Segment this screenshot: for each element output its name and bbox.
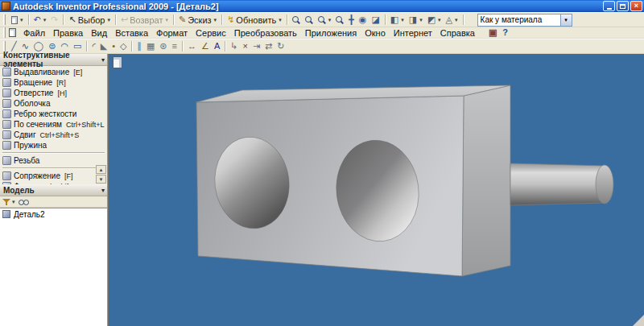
material-color-combo[interactable]: Как у материала ▾ [477, 14, 572, 27]
part-cylinder-body[interactable] [510, 163, 605, 205]
filter-button[interactable]: ▾ [2, 198, 15, 206]
menu-item[interactable]: Справка [436, 28, 479, 38]
return-button[interactable]: ↩Возврат▾ [118, 13, 171, 27]
rotate-button[interactable]: ↻ [275, 39, 287, 53]
panel-menu-arrow-icon[interactable]: ▾ [101, 56, 105, 64]
panel-item-shortcut: [F] [64, 172, 73, 180]
feature-panel-header[interactable]: Конструктивные элементы ▾ [0, 54, 107, 66]
panel-item-shell[interactable]: Оболочка [0, 98, 107, 109]
binoculars-icon [19, 199, 28, 205]
polygon-button[interactable]: ◇ [118, 39, 129, 53]
menu-item[interactable]: Формат [152, 28, 192, 38]
mirror-button[interactable]: ∥ [134, 39, 144, 53]
maximize-icon [620, 4, 625, 9]
display-mode-button[interactable]: ◧▾ [388, 13, 407, 27]
titlebar[interactable]: Autodesk Inventor Professional 2009 - [Д… [0, 0, 644, 12]
shadow-mode-button[interactable]: ◩▾ [425, 13, 444, 27]
close-button[interactable]: × [630, 1, 642, 11]
menubar-grip[interactable] [3, 27, 6, 38]
model-panel-header[interactable]: Модель ▾ [0, 184, 107, 196]
rectangular-pattern-button[interactable]: ▦ [144, 39, 157, 53]
orbit-button[interactable]: ◉ [357, 13, 369, 27]
circular-pattern-button[interactable]: ⊛ [157, 39, 169, 53]
menu-item[interactable]: Правка [49, 28, 87, 38]
zoom-window-button[interactable] [303, 13, 316, 27]
part-cylinder-cap[interactable] [596, 165, 613, 204]
scroll-down-button[interactable]: ▼ [96, 175, 106, 184]
find-button[interactable] [19, 199, 28, 205]
point-button[interactable]: • [109, 39, 118, 53]
panel-item-loft[interactable]: По сечениямCtrl+Shift+L [0, 119, 107, 130]
menu-item[interactable]: Преобразовать [230, 28, 301, 38]
sketch-button[interactable]: ✎Эскиз▾ [176, 13, 219, 27]
zoom-selected-button[interactable] [333, 13, 346, 27]
zoom-button[interactable]: ▾ [316, 13, 334, 27]
menubar: ФайлПравкаВидВставкаФорматСервисПреобраз… [0, 27, 644, 39]
filter-icon [2, 198, 10, 206]
panel-bar: Конструктивные элементы ▾ ▲ ▼ Выдавливан… [0, 54, 108, 326]
menu-item[interactable]: Сервис [192, 28, 230, 38]
extend-icon: ⇥ [253, 42, 260, 51]
model-menu-arrow-icon[interactable]: ▾ [101, 187, 105, 194]
panel-item-label: Пружина [14, 141, 47, 150]
analysis-mode-button[interactable]: ◬▾ [444, 13, 460, 27]
panel-item-label: Отверстие [14, 89, 53, 97]
look-at-button[interactable]: ◪ [369, 13, 382, 27]
model-tree-item-part[interactable]: Деталь2 [0, 208, 107, 220]
panel-item-shortcut: [H] [57, 89, 67, 97]
pan-button[interactable]: ╋ [346, 13, 357, 27]
redo-button[interactable]: ↷ [48, 13, 60, 27]
sweep-icon [2, 130, 11, 139]
document-window-icon[interactable] [9, 28, 16, 37]
menu-item[interactable]: Окно [361, 28, 390, 38]
undo-button[interactable]: ↶▾ [31, 13, 49, 27]
panel-item-fillet[interactable]: Сопряжение[F] [0, 171, 107, 181]
undo-icon: ↶ [34, 15, 41, 24]
select-button[interactable]: ↖Выбор▾ [66, 13, 113, 27]
panel-item-rib[interactable]: Ребро жесткости [0, 109, 107, 119]
dropdown-arrow-icon: ▾ [214, 17, 217, 23]
part-model[interactable] [109, 54, 644, 326]
panel-item-label: Резьба [14, 156, 39, 165]
viewport[interactable] [108, 54, 644, 326]
help-button[interactable]: ? [501, 27, 510, 38]
minimize-button[interactable] [603, 1, 615, 11]
menu-item[interactable]: Интернет [390, 28, 436, 38]
extend-button[interactable]: ⇥ [250, 39, 262, 53]
menu-items: ФайлПравкаВидВставкаФорматСервисПреобраз… [19, 28, 479, 38]
menu-item[interactable]: Файл [19, 28, 49, 38]
thread-icon [2, 156, 11, 165]
angle-dimension-button[interactable]: ∠ [199, 39, 212, 53]
move-button[interactable]: ⇄ [262, 39, 275, 53]
panel-item-label: По сечениям [14, 120, 62, 129]
update-button[interactable]: ↯Обновить▾ [225, 13, 284, 27]
resize-grip[interactable] [633, 315, 644, 326]
part-right-face[interactable] [462, 85, 510, 276]
scroll-up-button[interactable]: ▲ [96, 165, 106, 174]
menu-item[interactable]: Вставка [111, 28, 152, 38]
hole-icon [2, 89, 11, 97]
offset-button[interactable]: ≡ [170, 39, 180, 53]
panel-item-sweep[interactable]: СдвигCtrl+Shift+S [0, 130, 107, 140]
panels-button[interactable]: ▣ [487, 27, 498, 38]
text-button[interactable]: А [212, 39, 222, 53]
panel-item-hole[interactable]: Отверстие[H] [0, 88, 107, 98]
trim-button[interactable]: × [240, 39, 250, 53]
new-file-button[interactable]: ▾ [9, 13, 26, 27]
toolbar-grip[interactable] [3, 14, 6, 25]
menu-item[interactable]: Приложения [301, 28, 361, 38]
menu-item[interactable]: Вид [87, 28, 111, 38]
new-document-icon [11, 16, 18, 24]
combo-dropdown-icon[interactable]: ▾ [560, 14, 572, 26]
panel-item-thread[interactable]: Резьба [0, 155, 107, 166]
panel-item-revolve[interactable]: Вращение[R] [0, 77, 107, 88]
dimension-button[interactable]: ↔ [185, 39, 199, 53]
dropdown-arrow-icon: ▾ [438, 17, 441, 23]
camera-mode-button[interactable]: ◨▾ [407, 13, 425, 27]
panel-item-coil[interactable]: Пружина [0, 140, 107, 151]
maximize-button[interactable] [617, 1, 629, 11]
panel-item-extrude[interactable]: Выдавливание[E] [0, 67, 107, 77]
panel-scroll-buttons: ▲ ▼ [96, 165, 106, 184]
project-geometry-button[interactable]: ↳ [228, 39, 240, 53]
zoom-all-button[interactable] [290, 13, 303, 27]
